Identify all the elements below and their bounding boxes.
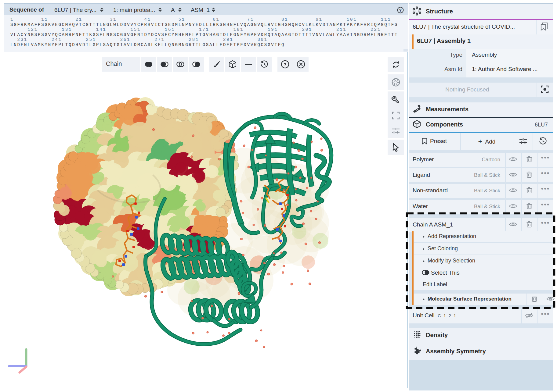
svg-text:?: ? [284,62,286,67]
